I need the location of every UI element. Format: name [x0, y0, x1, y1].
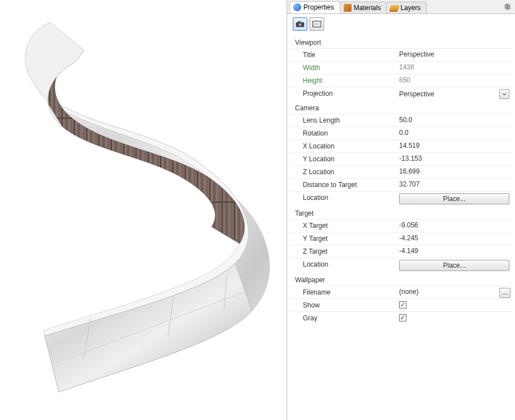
value-lens[interactable]: 50.0 — [396, 114, 513, 127]
tab-label: Properties — [303, 3, 334, 11]
section-camera: Camera — [289, 101, 513, 114]
label-projection: Projection — [289, 87, 396, 101]
screen-icon — [312, 21, 321, 27]
value-tgtx[interactable]: -9.056 — [396, 219, 513, 232]
value-projection[interactable]: Perspective — [396, 87, 513, 101]
label-tgtx: X Target — [289, 219, 396, 232]
value-rotation[interactable]: 0.0 — [396, 127, 513, 139]
label-width: Width — [289, 61, 396, 74]
camera-mode-button[interactable] — [293, 17, 307, 31]
value-camz[interactable]: 16.699 — [396, 165, 513, 178]
label-rotation: Rotation — [289, 127, 396, 139]
label-gray: Gray — [289, 311, 396, 324]
tab-label: Materials — [354, 4, 381, 12]
show-checkbox[interactable] — [399, 301, 406, 309]
value-width: 1438 — [396, 61, 513, 74]
section-wallpaper: Wallpaper — [289, 273, 513, 286]
properties-panel: Properties Materials Layers Viewport — [287, 0, 515, 420]
panel-tabs: Properties Materials Layers — [287, 0, 515, 14]
label-tgty: Y Target — [289, 232, 396, 245]
section-target: Target — [289, 206, 513, 219]
gear-icon[interactable] — [503, 2, 512, 11]
label-camx: X Location — [289, 139, 396, 152]
projection-text: Perspective — [399, 90, 497, 98]
globe-icon — [293, 3, 301, 11]
mode-icons — [289, 17, 513, 31]
section-viewport: Viewport — [289, 35, 513, 48]
value-dist[interactable]: 32.707 — [396, 178, 513, 191]
tab-layers[interactable]: Layers — [386, 2, 427, 13]
label-dist: Distance to Target — [289, 178, 396, 191]
label-camloc: Location — [289, 191, 396, 206]
browse-button[interactable]: ... — [499, 288, 511, 298]
svg-rect-10 — [298, 21, 301, 23]
value-height: 850 — [396, 74, 513, 87]
value-tgtz[interactable]: -4.149 — [396, 245, 513, 258]
value-title[interactable]: Perspective — [396, 48, 513, 61]
camera-icon — [296, 21, 305, 27]
svg-point-12 — [299, 24, 301, 26]
value-gray — [396, 311, 513, 324]
label-show: Show — [289, 298, 396, 311]
tab-materials[interactable]: Materials — [340, 2, 387, 13]
target-place-button[interactable]: Place... — [399, 260, 509, 271]
paint-tube-icon — [344, 4, 352, 12]
label-filename: Filename — [289, 286, 396, 298]
3d-viewport[interactable] — [0, 0, 287, 420]
filename-text: (none) — [399, 288, 419, 296]
value-camy[interactable]: -13.153 — [396, 152, 513, 165]
label-camz: Z Location — [289, 165, 396, 178]
camera-place-button[interactable]: Place... — [399, 193, 509, 204]
camera-place-cell: Place... — [396, 191, 513, 206]
value-camx[interactable]: 14.519 — [396, 139, 513, 152]
panel-body: Viewport Title Perspective Width 1438 He… — [287, 14, 515, 420]
label-lens: Lens Length — [289, 114, 396, 127]
screen-mode-button[interactable] — [310, 17, 324, 31]
target-place-cell: Place... — [396, 258, 513, 273]
chevron-down-icon[interactable] — [499, 89, 509, 99]
label-tgtloc: Location — [289, 258, 396, 273]
value-filename[interactable]: (none) ... — [396, 286, 513, 298]
layers-icon — [390, 5, 399, 11]
curved-wall-render — [0, 0, 287, 420]
label-camy: Y Location — [289, 152, 396, 165]
gray-checkbox[interactable] — [399, 314, 406, 321]
tab-label: Layers — [400, 4, 420, 12]
label-height: Height — [289, 74, 396, 87]
svg-rect-14 — [314, 22, 320, 26]
value-tgty[interactable]: -4.245 — [396, 232, 513, 245]
value-show — [396, 298, 513, 311]
tab-properties[interactable]: Properties — [289, 1, 340, 13]
label-tgtz: Z Target — [289, 245, 396, 258]
label-title: Title — [289, 48, 396, 61]
